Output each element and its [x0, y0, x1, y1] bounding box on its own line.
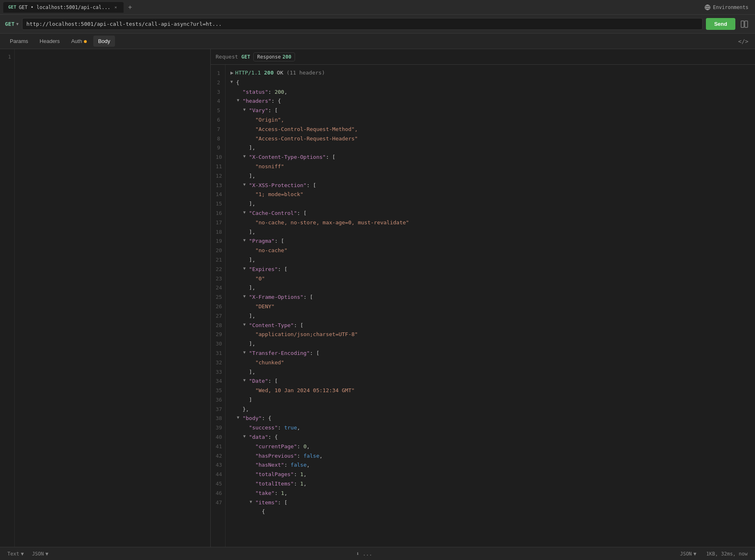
- json-line: "hasPrevious": false,: [225, 452, 755, 461]
- url-input[interactable]: [22, 18, 703, 30]
- toggle-arrow[interactable]: ▼: [237, 97, 243, 104]
- json-line: {: [225, 507, 755, 517]
- json-line: "Origin",: [225, 115, 755, 125]
- json-line: },: [225, 405, 755, 414]
- bottom-more-options[interactable]: ...: [363, 551, 372, 557]
- headers-tab[interactable]: Headers: [35, 36, 65, 47]
- left-line-num-1: 1: [0, 52, 14, 62]
- layout-toggle-button[interactable]: [739, 18, 750, 30]
- bottom-action-icon-1[interactable]: ⬇: [356, 551, 359, 557]
- text-label: Text: [7, 551, 19, 557]
- bottom-right: JSON ▼ 1KB, 32ms, now: [678, 550, 750, 558]
- http-headers-count: (11 headers): [283, 69, 325, 77]
- left-panel-content: 1: [0, 49, 210, 560]
- request-tab-bar: Params Headers Auth Body </>: [0, 34, 755, 49]
- http-status-line: ▶ HTTP/1.1 200 OK (11 headers): [225, 68, 755, 78]
- response-header: Request GET Response 200: [211, 49, 755, 65]
- auth-dot-indicator: [84, 40, 87, 43]
- json-line: ▼ {: [225, 78, 755, 88]
- toggle-arrow[interactable]: ▼: [243, 321, 249, 328]
- json-line: ▼ "headers": {: [225, 97, 755, 106]
- method-selector[interactable]: GET ▼: [5, 21, 19, 27]
- json-line: ],: [225, 172, 755, 181]
- toggle-arrow[interactable]: ▼: [243, 153, 249, 160]
- toggle-arrow[interactable]: ▼: [230, 79, 236, 85]
- title-bar: GET GET • localhost:5001/api-cal... ✕ + …: [0, 0, 755, 15]
- json-line: "Access-Control-Request-Method",: [225, 125, 755, 134]
- json-right-label[interactable]: JSON ▼: [678, 550, 699, 558]
- url-bar: GET ▼ Send: [0, 15, 755, 34]
- toggle-arrow[interactable]: ▼: [243, 106, 249, 113]
- left-line-numbers: 1: [0, 49, 15, 560]
- json-line: ],: [225, 312, 755, 321]
- method-arrow-icon: ▼: [16, 22, 18, 26]
- json-line: "DENY": [225, 302, 755, 312]
- toggle-arrow[interactable]: ▼: [243, 377, 249, 384]
- environments-label: Environments: [713, 5, 748, 10]
- environments-button[interactable]: Environments: [701, 3, 752, 12]
- active-tab[interactable]: GET GET • localhost:5001/api-cal... ✕: [3, 2, 124, 13]
- json-line: ▼ "Date": [: [225, 377, 755, 386]
- toggle-arrow[interactable]: ▼: [237, 414, 243, 421]
- toggle-arrow[interactable]: ▼: [243, 209, 249, 216]
- send-button[interactable]: Send: [706, 18, 735, 30]
- json-dropdown-icon: ▼: [45, 551, 48, 557]
- json-line: "success": true,: [225, 423, 755, 433]
- json-line: ▼ "Pragma": [: [225, 237, 755, 246]
- request-label: Request: [216, 54, 238, 60]
- json-content-area: ▶ HTTP/1.1 200 OK (11 headers) ▼ { "stat…: [225, 65, 755, 560]
- toggle-arrow[interactable]: ▼: [250, 499, 255, 505]
- params-tab[interactable]: Params: [5, 36, 33, 47]
- bottom-left: Text ▼ JSON ▼: [5, 550, 51, 558]
- http-status-code: 200: [264, 69, 273, 77]
- toggle-arrow[interactable]: ▼: [243, 293, 249, 300]
- json-line: ▼ "X-Frame-Options": [: [225, 293, 755, 302]
- toggle-arrow[interactable]: ▼: [243, 237, 249, 244]
- new-tab-button[interactable]: +: [125, 2, 135, 12]
- json-viewer[interactable]: 1234567891011121314151617181920212223242…: [211, 65, 755, 560]
- json-line: "application/json;charset=UTF-8": [225, 330, 755, 339]
- bottom-center-icons: ⬇ ...: [356, 551, 372, 557]
- json-line: "status": 200,: [225, 88, 755, 97]
- json-line: "take": 1,: [225, 489, 755, 498]
- json-line: "Wed, 10 Jan 2024 05:12:34 GMT": [225, 386, 755, 395]
- toggle-arrow[interactable]: ▼: [243, 181, 249, 188]
- json-line: ▼ "Transfer-Encoding": [: [225, 349, 755, 358]
- tab-title: GET • localhost:5001/api-cal...: [19, 5, 110, 10]
- text-mode-selector[interactable]: Text ▼: [5, 550, 26, 558]
- json-line: ],: [225, 368, 755, 377]
- toggle-arrow[interactable]: ▼: [243, 349, 249, 356]
- left-json-empty: [15, 52, 210, 62]
- svg-rect-2: [741, 21, 744, 27]
- response-status-badge: Response 200: [253, 52, 295, 61]
- json-line: ▼ "X-XSS-Protection": [: [225, 181, 755, 190]
- json-line: "no-cache": [225, 246, 755, 255]
- json-line: "hasNext": false,: [225, 461, 755, 470]
- json-line: "currentPage": 0,: [225, 442, 755, 452]
- left-panel: 1: [0, 49, 211, 560]
- layout-icon: [741, 20, 748, 28]
- json-line: ],: [225, 339, 755, 349]
- toggle-arrow[interactable]: ▼: [243, 433, 249, 440]
- response-status-code: 200: [282, 54, 291, 60]
- json-line: ▼ "Expires": [: [225, 265, 755, 274]
- code-icon[interactable]: </>: [737, 36, 750, 46]
- json-line: ]: [225, 395, 755, 405]
- json-right-text: JSON: [680, 551, 692, 557]
- http-status-ok: OK: [274, 69, 283, 77]
- auth-tab[interactable]: Auth: [66, 36, 92, 47]
- json-line: ],: [225, 199, 755, 209]
- json-mode-selector[interactable]: JSON ▼: [29, 550, 51, 558]
- collapse-arrow-http[interactable]: ▶: [230, 69, 234, 77]
- json-line: ▼ "Content-Type": [: [225, 321, 755, 330]
- json-line: ],: [225, 228, 755, 237]
- body-tab[interactable]: Body: [93, 36, 115, 47]
- toggle-arrow[interactable]: ▼: [243, 265, 249, 272]
- tab-close-button[interactable]: ✕: [113, 5, 119, 10]
- json-line: "nosniff": [225, 162, 755, 172]
- json-line: ],: [225, 143, 755, 153]
- json-line: ],: [225, 283, 755, 293]
- json-line: ▼ "data": {: [225, 433, 755, 442]
- tab-method-badge: GET: [8, 5, 16, 10]
- right-panel: Request GET Response 200 123456789101112…: [211, 49, 755, 560]
